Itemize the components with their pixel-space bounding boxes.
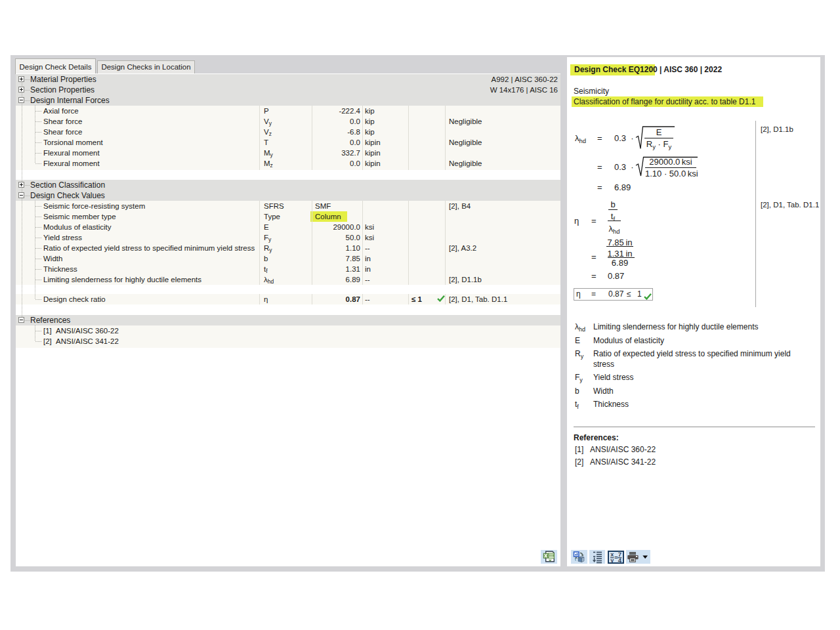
svg-text:=: = — [614, 555, 618, 561]
svg-text:y: y — [610, 557, 614, 562]
svg-text:4: 4 — [618, 556, 621, 562]
